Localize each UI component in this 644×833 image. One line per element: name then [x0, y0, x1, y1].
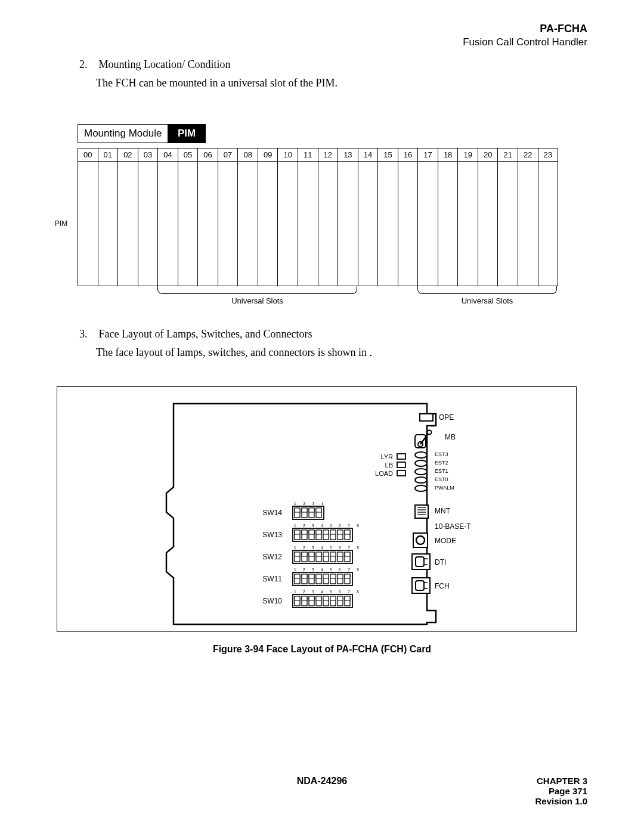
slot-body-cell — [98, 162, 119, 286]
slot-body-cell — [518, 162, 538, 286]
pim-side-label: PIM — [55, 219, 67, 228]
label-lyr: LYR — [380, 453, 393, 460]
svg-rect-92 — [338, 596, 343, 600]
slot-body-cell — [258, 162, 278, 286]
slot-body-cell — [138, 162, 159, 286]
label-pwalm: PWALM — [435, 485, 454, 491]
slot-body-cell — [198, 162, 218, 286]
section-face-layout: 3. Face Layout of Lamps, Switches, and C… — [57, 328, 587, 359]
svg-rect-76 — [345, 574, 350, 578]
label-dti: DTI — [435, 558, 446, 566]
dip-label: SW12 — [262, 553, 282, 561]
slot-header-row: 0001020304050607080910111213141516171819… — [78, 148, 558, 162]
svg-text:1 2 3 4 5 6 7 8: 1 2 3 4 5 6 7 8 — [294, 546, 362, 550]
slot-body-cell — [78, 162, 98, 286]
svg-rect-30 — [309, 530, 314, 534]
pim-badge: PIM — [168, 124, 206, 143]
svg-point-101 — [416, 536, 425, 544]
section-mounting: 2. Mounting Location/ Condition The FCH … — [57, 58, 587, 89]
slot-body-cell — [178, 162, 199, 286]
item2-num: 2. — [79, 58, 96, 71]
svg-rect-0 — [420, 414, 433, 421]
svg-rect-52 — [323, 552, 329, 556]
slot-header-cell: 04 — [158, 148, 178, 162]
svg-rect-82 — [302, 596, 307, 600]
label-est0: EST0 — [435, 476, 448, 482]
slot-body-cell — [458, 162, 478, 286]
slot-header-cell: 18 — [438, 148, 459, 162]
svg-rect-54 — [330, 552, 336, 556]
card-svg: OPE MB EST3 EST2 EST1 EST0 PWALM LYR — [165, 399, 499, 625]
dip-label: SW13 — [262, 531, 282, 539]
svg-rect-46 — [302, 552, 307, 556]
slot-header-cell: 13 — [338, 148, 358, 162]
slot-header-cell: 19 — [458, 148, 478, 162]
dip-label: SW11 — [262, 575, 282, 583]
slot-header-cell: 23 — [538, 148, 558, 162]
svg-rect-70 — [323, 574, 329, 578]
slot-header-cell: 17 — [418, 148, 438, 162]
slot-header-cell: 00 — [78, 148, 98, 162]
svg-rect-50 — [316, 552, 321, 556]
svg-text:1 2 3 4 5 6 7 8: 1 2 3 4 5 6 7 8 — [294, 590, 362, 594]
svg-rect-68 — [316, 574, 321, 578]
svg-rect-86 — [316, 596, 321, 600]
svg-rect-58 — [345, 552, 350, 556]
brace1-label: Universal Slots — [157, 296, 357, 305]
item3-num: 3. — [79, 328, 96, 340]
svg-rect-16 — [295, 508, 300, 512]
mounting-module-label: Mounting Module — [78, 124, 168, 143]
svg-rect-18 — [302, 508, 307, 512]
slot-body-row — [78, 162, 558, 286]
svg-point-9 — [415, 485, 427, 491]
label-mode: MODE — [435, 537, 456, 545]
slot-header-cell: 14 — [358, 148, 379, 162]
dip-label: SW10 — [262, 597, 282, 605]
page-footer: NDA-24296 CHAPTER 3 Page 371 Revision 1.… — [57, 776, 587, 806]
header-title: PA-FCHA — [463, 23, 587, 35]
svg-rect-94 — [345, 596, 350, 600]
svg-point-5 — [415, 452, 427, 458]
slot-body-cell — [378, 162, 398, 286]
svg-rect-26 — [295, 530, 300, 534]
slot-header-cell: 22 — [518, 148, 538, 162]
svg-rect-74 — [338, 574, 343, 578]
svg-rect-84 — [309, 596, 314, 600]
svg-point-8 — [415, 477, 427, 483]
slot-header-cell: 07 — [218, 148, 239, 162]
slot-body-cell — [158, 162, 178, 286]
slot-body-cell — [538, 162, 558, 286]
footer-center: NDA-24296 — [297, 776, 347, 786]
slot-body-cell — [118, 162, 138, 286]
svg-rect-107 — [416, 581, 424, 590]
slot-header-cell: 01 — [98, 148, 119, 162]
svg-rect-36 — [330, 530, 336, 534]
slot-body-cell — [398, 162, 419, 286]
svg-rect-12 — [397, 470, 405, 476]
slot-header-cell: 03 — [138, 148, 159, 162]
svg-rect-64 — [302, 574, 307, 578]
svg-rect-44 — [295, 552, 300, 556]
slot-body-cell — [238, 162, 258, 286]
item3-heading: Face Layout of Lamps, Switches, and Conn… — [99, 328, 312, 340]
slot-header-cell: 16 — [398, 148, 419, 162]
slot-header-cell: 05 — [178, 148, 199, 162]
svg-rect-48 — [309, 552, 314, 556]
svg-rect-80 — [295, 596, 300, 600]
svg-rect-66 — [309, 574, 314, 578]
footer-page: Page 371 — [535, 786, 587, 796]
slot-body-cell — [298, 162, 318, 286]
slot-header-cell: 20 — [478, 148, 499, 162]
svg-rect-90 — [330, 596, 336, 600]
slot-header-cell: 21 — [498, 148, 518, 162]
svg-rect-88 — [323, 596, 329, 600]
card-figure: OPE MB EST3 EST2 EST1 EST0 PWALM LYR — [57, 386, 577, 632]
figure-caption: Figure 3-94 Face Layout of PA-FCHA (FCH)… — [57, 644, 587, 655]
slot-header-cell: 02 — [118, 148, 138, 162]
footer-chapter: CHAPTER 3 — [535, 776, 587, 786]
slot-header-cell: 10 — [278, 148, 298, 162]
svg-rect-11 — [397, 462, 405, 467]
dip-label: SW14 — [262, 509, 282, 517]
slot-header-cell: 12 — [318, 148, 339, 162]
header-subtitle: Fusion Call Control Handler — [463, 36, 587, 48]
